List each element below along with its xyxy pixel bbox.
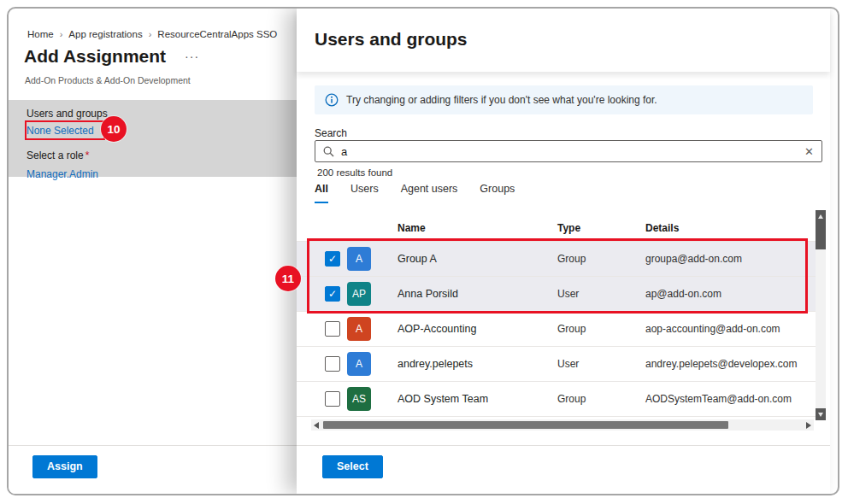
breadcrumb-separator-icon: › (60, 29, 63, 39)
avatar: A (347, 352, 371, 376)
panel-footer: Select (297, 445, 830, 494)
scroll-right-icon[interactable] (806, 422, 811, 429)
row-type: Group (557, 253, 645, 265)
row-name: AOD System Team (398, 393, 557, 405)
blade-title-row: Add Assignment ··· (24, 46, 199, 67)
avatar: AP (347, 282, 371, 306)
scroll-up-icon[interactable] (816, 210, 826, 222)
clear-search-icon[interactable]: ✕ (804, 146, 814, 157)
search-box: ✕ (315, 140, 822, 162)
row-type: User (557, 288, 645, 300)
row-details: aop-accounting@add-on.com (645, 323, 816, 335)
table-body: ✓ A Group A Group groupa@add-on.com ✓ AP… (297, 241, 816, 417)
vertical-scrollbar[interactable] (816, 210, 826, 420)
panel-title: Users and groups (315, 29, 468, 50)
breadcrumb-home[interactable]: Home (27, 29, 54, 39)
header-spacer (315, 222, 398, 234)
column-name: Name (398, 222, 557, 234)
table-row[interactable]: A andrey.pelepets User andrey.pelepets@d… (297, 347, 816, 382)
annotation-callout-10: 10 (101, 116, 127, 142)
row-type: Group (557, 393, 645, 405)
avatar: A (347, 317, 371, 341)
tab-agent-users[interactable]: Agent users (401, 183, 458, 203)
breadcrumb-current: ResourceCentralApps SSO (157, 29, 277, 39)
screenshot-frame: Home › App registrations › ResourceCentr… (7, 7, 839, 495)
select-role-text: Select a role (26, 149, 84, 161)
scroll-down-icon[interactable] (816, 408, 826, 420)
none-selected-link[interactable]: None Selected (26, 125, 94, 137)
required-asterisk: * (85, 149, 90, 161)
row-name: AOP-Accounting (398, 323, 557, 335)
row-checkbox[interactable]: ✓ (325, 251, 340, 267)
users-groups-label: Users and groups (26, 108, 297, 120)
horizontal-scroll-thumb[interactable] (323, 421, 728, 429)
breadcrumb: Home › App registrations › ResourceCentr… (27, 29, 277, 39)
more-menu-icon[interactable]: ··· (185, 50, 199, 63)
row-checkbox[interactable] (325, 321, 340, 337)
horizontal-scrollbar[interactable] (311, 419, 814, 431)
info-circle-icon (325, 93, 339, 107)
column-details: Details (645, 222, 810, 234)
column-type: Type (557, 222, 645, 234)
breadcrumb-separator-icon: › (149, 29, 152, 39)
role-link[interactable]: Manager.Admin (26, 168, 98, 180)
tab-all[interactable]: All (315, 183, 328, 203)
table-row[interactable]: AS AOD System Team Group AODSystemTeam@a… (297, 382, 816, 417)
row-checkbox[interactable]: ✓ (325, 286, 340, 302)
row-type: User (557, 358, 645, 370)
row-details: groupa@add-on.com (645, 253, 816, 265)
info-banner-text: Try changing or adding filters if you do… (346, 94, 657, 106)
row-name: andrey.pelepets (398, 358, 557, 370)
breadcrumb-app-registrations[interactable]: App registrations (68, 29, 142, 39)
row-details: andrey.pelepets@developex.com (645, 358, 816, 370)
row-details: ap@add-on.com (645, 288, 816, 300)
page-title: Add Assignment (24, 46, 166, 67)
add-assignment-blade: Home › App registrations › ResourceCentr… (9, 9, 297, 494)
search-label: Search (315, 127, 347, 139)
row-name: Anna Porsild (398, 288, 557, 300)
select-button[interactable]: Select (322, 455, 383, 478)
row-type: Group (557, 323, 645, 335)
select-role-label: Select a role* (26, 149, 297, 161)
table-row[interactable]: ✓ AP Anna Porsild User ap@add-on.com (297, 277, 816, 312)
panel-header: Users and groups (297, 9, 830, 72)
table-header: Name Type Details (297, 222, 810, 234)
table-row[interactable]: ✓ A Group A Group groupa@add-on.com (297, 242, 816, 277)
assignment-form: Users and groups None Selected Select a … (9, 100, 297, 177)
avatar: A (347, 247, 371, 271)
scroll-left-icon[interactable] (314, 422, 319, 429)
tab-groups[interactable]: Groups (480, 183, 515, 203)
vertical-scroll-thumb[interactable] (816, 222, 826, 249)
avatar: AS (347, 387, 371, 411)
assign-button[interactable]: Assign (32, 455, 97, 478)
annotation-callout-11: 11 (275, 266, 301, 291)
row-checkbox[interactable] (325, 391, 340, 407)
search-input[interactable] (341, 145, 798, 158)
blade-footer: Assign (9, 445, 297, 494)
tab-users[interactable]: Users (350, 183, 379, 203)
tabs: AllUsersAgent usersGroups (315, 183, 515, 203)
users-groups-panel: Users and groups Try changing or adding … (297, 9, 830, 494)
page-subtitle: Add-On Products & Add-On Development (25, 75, 191, 85)
row-checkbox[interactable] (325, 356, 340, 372)
row-details: AODSystemTeam@add-on.com (645, 393, 816, 405)
table-row[interactable]: A AOP-Accounting Group aop-accounting@ad… (297, 312, 816, 347)
info-banner: Try changing or adding filters if you do… (315, 85, 813, 114)
row-name: Group A (398, 253, 557, 265)
results-count: 200 results found (317, 167, 392, 178)
search-icon (323, 146, 334, 157)
